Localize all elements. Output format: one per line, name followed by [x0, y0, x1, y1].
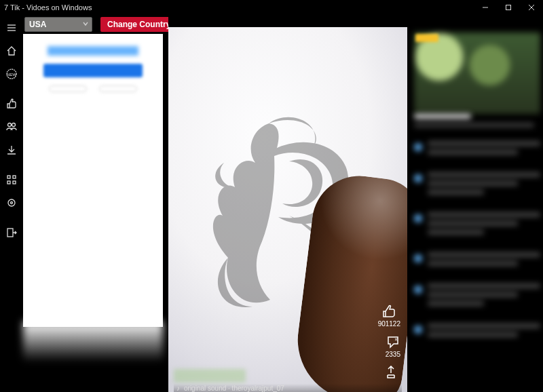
menu-button[interactable]	[0, 16, 23, 39]
share-action[interactable]	[386, 365, 400, 380]
like-count: 901122	[378, 320, 400, 328]
svg-point-9	[8, 123, 12, 127]
maximize-button[interactable]	[497, 0, 520, 15]
svg-rect-14	[13, 181, 16, 184]
comment-icon	[386, 334, 400, 349]
group-button[interactable]	[0, 115, 23, 138]
settings-button[interactable]	[0, 191, 23, 214]
feed-item[interactable]	[414, 141, 540, 159]
download-button[interactable]	[0, 138, 23, 161]
comment-action[interactable]: 2335	[386, 334, 400, 358]
window-controls	[474, 0, 543, 15]
chevron-down-icon	[82, 20, 89, 29]
music-note-icon: ♪	[176, 385, 180, 392]
avatar-dot	[414, 174, 422, 182]
svg-rect-1	[506, 5, 511, 10]
svg-point-10	[12, 123, 16, 127]
svg-rect-13	[7, 181, 10, 184]
video-caption-text: original sound · theroyalrajput_07	[184, 385, 284, 392]
feed-item[interactable]	[414, 283, 540, 310]
svg-point-15	[8, 199, 15, 206]
video-player[interactable]: ♪ original sound · theroyalrajput_07 901…	[168, 15, 407, 392]
video-frame: ♪ original sound · theroyalrajput_07 901…	[168, 27, 407, 392]
svg-rect-17	[7, 229, 13, 237]
avatar-dot	[414, 214, 422, 222]
app-body: NEW USA Chang	[0, 15, 543, 392]
svg-point-16	[11, 202, 13, 204]
svg-text:NEW: NEW	[7, 73, 16, 77]
svg-rect-11	[7, 176, 10, 178]
close-button[interactable]	[520, 0, 543, 15]
left-panel	[23, 34, 163, 327]
feed-item[interactable]	[414, 212, 540, 239]
country-dropdown[interactable]: USA	[24, 17, 92, 32]
likes-button[interactable]	[0, 92, 23, 115]
feed-item[interactable]	[414, 172, 540, 199]
left-panel-fade	[23, 321, 163, 362]
nav-rail: NEW	[0, 15, 23, 392]
feed-item[interactable]	[414, 324, 540, 341]
avatar-dot	[414, 143, 422, 151]
right-panel-caption	[414, 114, 540, 137]
title-bar: 7 Tik - Vidoes on Windows	[0, 0, 543, 15]
home-button[interactable]	[0, 39, 23, 62]
apps-button[interactable]	[0, 168, 23, 191]
country-selected: USA	[29, 20, 46, 29]
new-badge-button[interactable]: NEW	[0, 62, 23, 85]
share-icon	[386, 365, 400, 380]
avatar-dot	[414, 326, 422, 334]
change-country-button[interactable]: Change Country	[100, 17, 177, 32]
right-panel	[407, 15, 543, 392]
top-bar: USA Change Country	[23, 15, 177, 34]
window-title: 7 Tik - Vidoes on Windows	[4, 3, 92, 12]
video-actions: 901122 2335	[168, 304, 400, 380]
change-country-label: Change Country	[107, 20, 170, 29]
minimize-button[interactable]	[474, 0, 497, 15]
svg-rect-12	[13, 176, 16, 178]
thumb-up-icon	[381, 304, 396, 319]
avatar-dot	[414, 286, 422, 294]
logout-button[interactable]	[0, 221, 23, 244]
feed-item[interactable]	[414, 252, 540, 270]
right-panel-feed	[414, 141, 540, 388]
comment-count: 2335	[386, 351, 400, 358]
like-action[interactable]: 901122	[378, 304, 400, 328]
right-panel-thumbnail[interactable]	[414, 33, 540, 114]
right-panel-badge	[415, 34, 438, 42]
avatar-dot	[414, 254, 422, 262]
